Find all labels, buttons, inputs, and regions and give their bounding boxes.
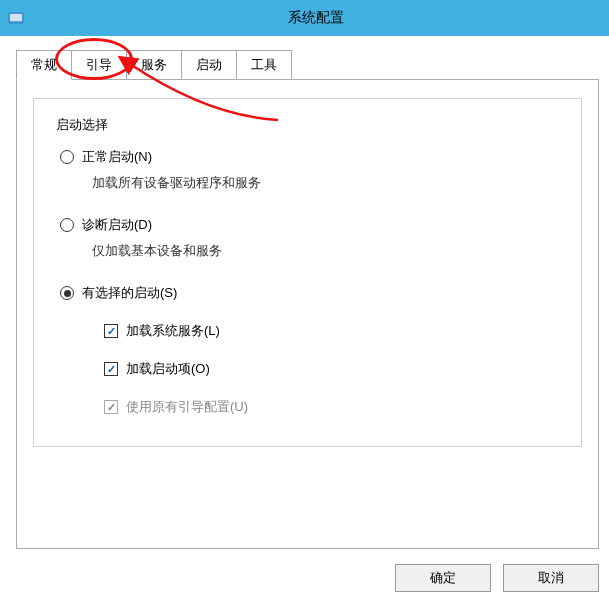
checkbox-icon [104, 324, 118, 338]
tab-boot[interactable]: 引导 [71, 50, 127, 79]
cancel-button[interactable]: 取消 [503, 564, 599, 592]
window-title: 系统配置 [30, 9, 601, 27]
titlebar: 系统配置 [0, 0, 609, 36]
checkbox-load-startup[interactable]: 加载启动项(O) [104, 360, 565, 378]
radio-diagnostic-startup[interactable]: 诊断启动(D) [60, 216, 565, 234]
app-icon [8, 10, 24, 26]
checkbox-label: 使用原有引导配置(U) [126, 398, 248, 416]
startup-radio-group: 正常启动(N) 加载所有设备驱动程序和服务 诊断启动(D) 仅加载基本设备和服务… [60, 148, 565, 416]
tab-panel-general: 启动选择 正常启动(N) 加载所有设备驱动程序和服务 诊断启动(D) 仅加载基本… [16, 79, 599, 549]
tab-startup[interactable]: 启动 [181, 50, 237, 79]
radio-label: 正常启动(N) [82, 148, 152, 166]
radio-diagnostic-desc: 仅加载基本设备和服务 [92, 242, 565, 260]
dialog-buttons: 确定 取消 [395, 564, 599, 592]
radio-icon [60, 150, 74, 164]
checkbox-label: 加载系统服务(L) [126, 322, 220, 340]
checkbox-load-services[interactable]: 加载系统服务(L) [104, 322, 565, 340]
radio-icon [60, 286, 74, 300]
radio-label: 诊断启动(D) [82, 216, 152, 234]
checkbox-use-original-boot: 使用原有引导配置(U) [104, 398, 565, 416]
tab-services[interactable]: 服务 [126, 50, 182, 79]
radio-selective-startup[interactable]: 有选择的启动(S) [60, 284, 565, 302]
tab-strip: 常规 引导 服务 启动 工具 [16, 50, 609, 79]
ok-button[interactable]: 确定 [395, 564, 491, 592]
radio-label: 有选择的启动(S) [82, 284, 177, 302]
svg-rect-1 [10, 14, 22, 21]
tab-tools[interactable]: 工具 [236, 50, 292, 79]
selective-checkbox-group: 加载系统服务(L) 加载启动项(O) 使用原有引导配置(U) [104, 322, 565, 416]
radio-normal-desc: 加载所有设备驱动程序和服务 [92, 174, 565, 192]
checkbox-label: 加载启动项(O) [126, 360, 210, 378]
fieldset-legend: 启动选择 [52, 116, 112, 134]
startup-selection-fieldset: 启动选择 正常启动(N) 加载所有设备驱动程序和服务 诊断启动(D) 仅加载基本… [33, 98, 582, 447]
radio-normal-startup[interactable]: 正常启动(N) [60, 148, 565, 166]
checkbox-icon [104, 400, 118, 414]
radio-icon [60, 218, 74, 232]
checkbox-icon [104, 362, 118, 376]
tab-general[interactable]: 常规 [16, 50, 72, 80]
